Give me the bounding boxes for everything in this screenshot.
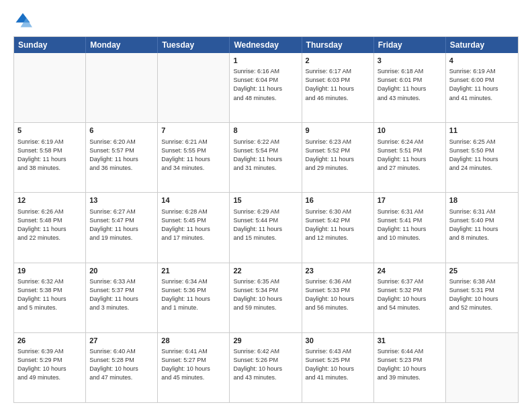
day-info: Sunrise: 6:35 AMSunset: 5:34 PMDaylight:… [233, 277, 298, 312]
day-cell-2: 2Sunrise: 6:17 AMSunset: 6:03 PMDaylight… [302, 53, 374, 122]
day-cell-6: 6Sunrise: 6:20 AMSunset: 5:57 PMDaylight… [86, 123, 158, 192]
day-info: Sunrise: 6:34 AMSunset: 5:36 PMDaylight:… [161, 277, 226, 312]
calendar-row-2: 12Sunrise: 6:26 AMSunset: 5:48 PMDayligh… [14, 192, 518, 262]
empty-cell [14, 53, 86, 122]
day-number: 29 [233, 336, 298, 346]
day-cell-12: 12Sunrise: 6:26 AMSunset: 5:48 PMDayligh… [14, 193, 86, 262]
day-info: Sunrise: 6:30 AMSunset: 5:42 PMDaylight:… [306, 208, 370, 242]
day-number: 31 [378, 336, 442, 346]
day-number: 24 [378, 266, 442, 276]
day-info: Sunrise: 6:18 AMSunset: 6:01 PMDaylight:… [378, 67, 442, 102]
day-cell-8: 8Sunrise: 6:22 AMSunset: 5:54 PMDaylight… [230, 123, 302, 192]
day-info: Sunrise: 6:26 AMSunset: 5:48 PMDaylight:… [17, 208, 82, 242]
day-number: 23 [306, 266, 370, 276]
day-info: Sunrise: 6:41 AMSunset: 5:27 PMDaylight:… [161, 347, 226, 382]
day-number: 14 [161, 195, 226, 205]
day-cell-7: 7Sunrise: 6:21 AMSunset: 5:55 PMDaylight… [158, 123, 230, 192]
calendar-body: 1Sunrise: 6:16 AMSunset: 6:04 PMDaylight… [14, 53, 518, 402]
day-cell-10: 10Sunrise: 6:24 AMSunset: 5:51 PMDayligh… [374, 123, 446, 192]
day-number: 18 [449, 195, 515, 205]
day-info: Sunrise: 6:19 AMSunset: 6:00 PMDaylight:… [449, 67, 515, 102]
day-number: 27 [89, 336, 154, 346]
day-cell-28: 28Sunrise: 6:41 AMSunset: 5:27 PMDayligh… [158, 333, 230, 402]
calendar-row-3: 19Sunrise: 6:32 AMSunset: 5:38 PMDayligh… [14, 263, 518, 332]
weekday-header-thursday: Thursday [302, 37, 374, 53]
day-cell-30: 30Sunrise: 6:43 AMSunset: 5:25 PMDayligh… [302, 333, 374, 402]
day-info: Sunrise: 6:36 AMSunset: 5:33 PMDaylight:… [306, 277, 370, 312]
weekday-header-sunday: Sunday [14, 37, 86, 53]
day-cell-16: 16Sunrise: 6:30 AMSunset: 5:42 PMDayligh… [302, 193, 374, 262]
day-cell-19: 19Sunrise: 6:32 AMSunset: 5:38 PMDayligh… [14, 263, 86, 332]
day-number: 6 [89, 126, 154, 136]
day-cell-18: 18Sunrise: 6:31 AMSunset: 5:40 PMDayligh… [446, 193, 518, 262]
day-info: Sunrise: 6:19 AMSunset: 5:58 PMDaylight:… [17, 138, 82, 173]
weekday-header-saturday: Saturday [446, 37, 518, 53]
day-number: 13 [89, 195, 154, 205]
day-number: 1 [233, 56, 298, 66]
logo-icon [13, 11, 32, 30]
day-cell-29: 29Sunrise: 6:42 AMSunset: 5:26 PMDayligh… [230, 333, 302, 402]
day-number: 28 [161, 336, 226, 346]
day-cell-24: 24Sunrise: 6:37 AMSunset: 5:32 PMDayligh… [374, 263, 446, 332]
day-number: 25 [449, 266, 515, 276]
day-info: Sunrise: 6:44 AMSunset: 5:23 PMDaylight:… [378, 347, 442, 382]
empty-cell [446, 333, 518, 402]
day-info: Sunrise: 6:31 AMSunset: 5:41 PMDaylight:… [378, 208, 442, 242]
day-number: 2 [306, 56, 370, 66]
day-cell-13: 13Sunrise: 6:27 AMSunset: 5:47 PMDayligh… [86, 193, 158, 262]
day-number: 10 [378, 126, 442, 136]
day-cell-25: 25Sunrise: 6:38 AMSunset: 5:31 PMDayligh… [446, 263, 518, 332]
day-info: Sunrise: 6:24 AMSunset: 5:51 PMDaylight:… [378, 138, 442, 173]
day-cell-17: 17Sunrise: 6:31 AMSunset: 5:41 PMDayligh… [374, 193, 446, 262]
day-info: Sunrise: 6:33 AMSunset: 5:37 PMDaylight:… [89, 277, 154, 312]
day-number: 12 [17, 195, 82, 205]
day-number: 4 [449, 56, 515, 66]
day-cell-4: 4Sunrise: 6:19 AMSunset: 6:00 PMDaylight… [446, 53, 518, 122]
day-number: 19 [17, 266, 82, 276]
day-cell-27: 27Sunrise: 6:40 AMSunset: 5:28 PMDayligh… [86, 333, 158, 402]
day-number: 9 [306, 126, 370, 136]
day-info: Sunrise: 6:27 AMSunset: 5:47 PMDaylight:… [89, 208, 154, 242]
logo [13, 11, 35, 30]
day-number: 20 [89, 266, 154, 276]
day-number: 11 [449, 126, 515, 136]
day-number: 8 [233, 126, 298, 136]
weekday-header-tuesday: Tuesday [158, 37, 230, 53]
day-cell-20: 20Sunrise: 6:33 AMSunset: 5:37 PMDayligh… [86, 263, 158, 332]
day-info: Sunrise: 6:43 AMSunset: 5:25 PMDaylight:… [306, 347, 370, 382]
day-number: 16 [306, 195, 370, 205]
weekday-header-monday: Monday [86, 37, 158, 53]
day-number: 21 [161, 266, 226, 276]
day-cell-21: 21Sunrise: 6:34 AMSunset: 5:36 PMDayligh… [158, 263, 230, 332]
day-info: Sunrise: 6:39 AMSunset: 5:29 PMDaylight:… [17, 347, 82, 382]
day-info: Sunrise: 6:37 AMSunset: 5:32 PMDaylight:… [378, 277, 442, 312]
day-cell-14: 14Sunrise: 6:28 AMSunset: 5:45 PMDayligh… [158, 193, 230, 262]
empty-cell [86, 53, 158, 122]
day-number: 17 [378, 195, 442, 205]
day-cell-31: 31Sunrise: 6:44 AMSunset: 5:23 PMDayligh… [374, 333, 446, 402]
day-info: Sunrise: 6:16 AMSunset: 6:04 PMDaylight:… [233, 67, 298, 102]
day-number: 5 [17, 126, 82, 136]
day-number: 22 [233, 266, 298, 276]
day-info: Sunrise: 6:40 AMSunset: 5:28 PMDaylight:… [89, 347, 154, 382]
day-info: Sunrise: 6:17 AMSunset: 6:03 PMDaylight:… [306, 67, 370, 102]
day-cell-1: 1Sunrise: 6:16 AMSunset: 6:04 PMDaylight… [230, 53, 302, 122]
day-info: Sunrise: 6:28 AMSunset: 5:45 PMDaylight:… [161, 208, 226, 242]
day-info: Sunrise: 6:38 AMSunset: 5:31 PMDaylight:… [449, 277, 515, 312]
page: SundayMondayTuesdayWednesdayThursdayFrid… [0, 0, 532, 411]
day-cell-23: 23Sunrise: 6:36 AMSunset: 5:33 PMDayligh… [302, 263, 374, 332]
day-info: Sunrise: 6:32 AMSunset: 5:38 PMDaylight:… [17, 277, 82, 312]
day-cell-26: 26Sunrise: 6:39 AMSunset: 5:29 PMDayligh… [14, 333, 86, 402]
day-info: Sunrise: 6:20 AMSunset: 5:57 PMDaylight:… [89, 138, 154, 173]
day-cell-11: 11Sunrise: 6:25 AMSunset: 5:50 PMDayligh… [446, 123, 518, 192]
day-cell-5: 5Sunrise: 6:19 AMSunset: 5:58 PMDaylight… [14, 123, 86, 192]
day-info: Sunrise: 6:31 AMSunset: 5:40 PMDaylight:… [449, 208, 515, 242]
day-number: 26 [17, 336, 82, 346]
day-cell-22: 22Sunrise: 6:35 AMSunset: 5:34 PMDayligh… [230, 263, 302, 332]
day-info: Sunrise: 6:22 AMSunset: 5:54 PMDaylight:… [233, 138, 298, 173]
calendar-header: SundayMondayTuesdayWednesdayThursdayFrid… [14, 37, 518, 53]
empty-cell [158, 53, 230, 122]
calendar-row-0: 1Sunrise: 6:16 AMSunset: 6:04 PMDaylight… [14, 53, 518, 122]
day-number: 7 [161, 126, 226, 136]
header [13, 11, 519, 30]
